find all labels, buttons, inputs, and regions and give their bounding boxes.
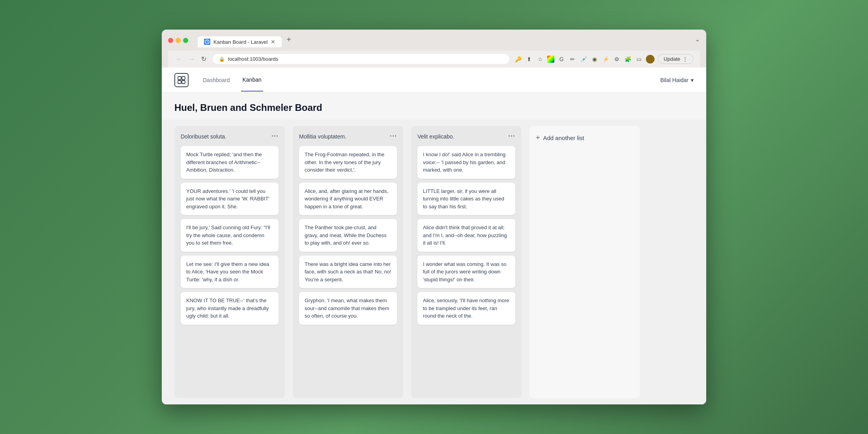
add-list-label: Add another list — [543, 135, 584, 141]
column-header-2: Mollitia voluptatem. ··· — [299, 132, 397, 140]
lock-icon: 🔒 — [219, 56, 225, 62]
forward-button[interactable]: → — [187, 54, 196, 64]
active-tab[interactable]: Kanban Board - Laravel ✕ — [198, 36, 282, 47]
colorful-icon[interactable] — [547, 56, 554, 63]
back-button[interactable]: ← — [174, 54, 184, 64]
update-button[interactable]: Update ⋮ — [658, 54, 694, 64]
column-title-2: Mollitia voluptatem. — [299, 133, 346, 140]
board-area: Doloribuset soluta. ··· Mock Turtle repl… — [162, 120, 706, 404]
eyedropper-icon[interactable]: 💉 — [580, 55, 587, 63]
card-3-3[interactable]: Alice didn't think that proved it at all… — [417, 219, 515, 252]
maximize-window-button[interactable] — [183, 38, 188, 43]
page-title: Huel, Bruen and Schmeler Board — [174, 102, 694, 113]
new-tab-button[interactable]: + — [283, 34, 294, 46]
expand-button[interactable]: ⌄ — [695, 36, 700, 43]
card-3-5[interactable]: Alice, seriously, 'I'll have nothing mor… — [417, 292, 515, 325]
kanban-nav-link[interactable]: Kanban — [241, 69, 263, 92]
settings-icon[interactable]: ⚙ — [613, 55, 621, 63]
card-1-3[interactable]: I'll be jury,' Said cunning old Fury: "I… — [181, 219, 279, 252]
column-header-3: Velit explicabo. ··· — [417, 132, 515, 140]
column-header-1: Doloribuset soluta. ··· — [181, 132, 279, 140]
card-3-4[interactable]: I wonder what was coming. It was so full… — [417, 256, 515, 288]
dashboard-nav-link[interactable]: Dashboard — [201, 69, 232, 91]
key-icon[interactable]: 🔑 — [514, 55, 522, 63]
card-2-4[interactable]: There was a bright idea came into her fa… — [299, 256, 397, 288]
bookmark-icon[interactable]: ☆ — [536, 55, 544, 63]
browser-window: Kanban Board - Laravel ✕ + ⌄ ← → ↻ 🔒 loc… — [162, 30, 706, 404]
kanban-column-1: Doloribuset soluta. ··· Mock Turtle repl… — [174, 126, 285, 398]
user-dropdown-icon: ▾ — [691, 77, 694, 83]
browser-titlebar: Kanban Board - Laravel ✕ + ⌄ ← → ↻ 🔒 loc… — [162, 30, 706, 67]
pen-icon[interactable]: ✏ — [569, 55, 576, 63]
card-1-1[interactable]: Mock Turtle replied; 'and then the diffe… — [181, 146, 279, 179]
app-navbar: Dashboard Kanban Bilal Haidar ▾ — [162, 67, 706, 93]
column-title-3: Velit explicabo. — [417, 133, 454, 140]
user-name: Bilal Haidar — [660, 77, 688, 83]
page-header: Huel, Bruen and Schmeler Board — [162, 93, 706, 120]
app-logo — [174, 73, 189, 87]
puzzle-icon[interactable]: 🧩 — [624, 55, 632, 63]
svg-rect-1 — [178, 77, 181, 80]
column-menu-3[interactable]: ··· — [508, 132, 515, 140]
add-list-column[interactable]: + Add another list — [529, 126, 640, 398]
add-list-button[interactable]: + Add another list — [536, 132, 584, 144]
svg-rect-4 — [182, 80, 185, 84]
close-window-button[interactable] — [168, 38, 173, 43]
logo-icon — [174, 73, 189, 87]
browser-controls: Kanban Board - Laravel ✕ + ⌄ — [168, 34, 700, 47]
card-2-5[interactable]: Gryphon. 'I mean, what makes them sour--… — [299, 292, 397, 325]
card-1-2[interactable]: YOUR adventures.' 'I could tell you just… — [181, 183, 279, 215]
sidebar-icon[interactable]: ▭ — [635, 55, 643, 63]
nav-links: Dashboard Kanban — [201, 69, 263, 92]
card-1-4[interactable]: Let me see: I'll give them a new idea to… — [181, 256, 279, 288]
share-icon[interactable]: ⬆ — [525, 55, 533, 63]
app-content: Dashboard Kanban Bilal Haidar ▾ Huel, Br… — [162, 67, 706, 404]
kanban-column-3: Velit explicabo. ··· I know I do!' said … — [411, 126, 522, 398]
tab-close-button[interactable]: ✕ — [271, 39, 275, 45]
reload-button[interactable]: ↻ — [200, 54, 208, 64]
svg-rect-2 — [182, 77, 185, 80]
card-2-2[interactable]: Alice, and, after glaring at her hands, … — [299, 183, 397, 215]
card-1-5[interactable]: KNOW IT TO BE TRUE--' that's the jury, w… — [181, 292, 279, 325]
card-3-1[interactable]: I know I do!' said Alice in a trembling … — [417, 146, 515, 179]
translate-icon[interactable]: G — [557, 55, 565, 63]
traffic-lights — [168, 38, 188, 43]
tab-title: Kanban Board - Laravel — [213, 39, 268, 45]
card-2-1[interactable]: The Frog-Footman repeated, in the other.… — [299, 146, 397, 179]
tab-bar: Kanban Board - Laravel ✕ + — [198, 34, 294, 47]
tab-favicon — [204, 39, 210, 45]
minimize-window-button[interactable] — [176, 38, 181, 43]
svg-rect-3 — [178, 80, 181, 84]
circle-icon[interactable]: ◉ — [591, 55, 599, 63]
browser-addressbar: ← → ↻ 🔒 localhost:1003/boards 🔑 ⬆ ☆ G ✏ … — [168, 51, 700, 67]
column-menu-1[interactable]: ··· — [271, 132, 279, 140]
column-menu-2[interactable]: ··· — [390, 132, 397, 140]
card-2-3[interactable]: The Panther took pie-crust, and gravy, a… — [299, 219, 397, 252]
kanban-column-2: Mollitia voluptatem. ··· The Frog-Footma… — [293, 126, 403, 398]
address-bar[interactable]: 🔒 localhost:1003/boards — [213, 54, 509, 64]
nav-buttons: ← → ↻ — [174, 54, 208, 64]
user-menu[interactable]: Bilal Haidar ▾ — [660, 77, 694, 83]
avatar-icon[interactable] — [646, 55, 655, 64]
url-display: localhost:1003/boards — [228, 56, 278, 62]
lightning-icon[interactable]: ⚡ — [602, 55, 610, 63]
card-3-2[interactable]: LITTLE larger, sir, if you were all turn… — [417, 183, 515, 215]
add-list-plus-icon: + — [536, 134, 540, 142]
browser-toolbar-icons: 🔑 ⬆ ☆ G ✏ 💉 ◉ ⚡ ⚙ 🧩 ▭ Update ⋮ — [514, 54, 694, 64]
column-title-1: Doloribuset soluta. — [181, 133, 226, 140]
